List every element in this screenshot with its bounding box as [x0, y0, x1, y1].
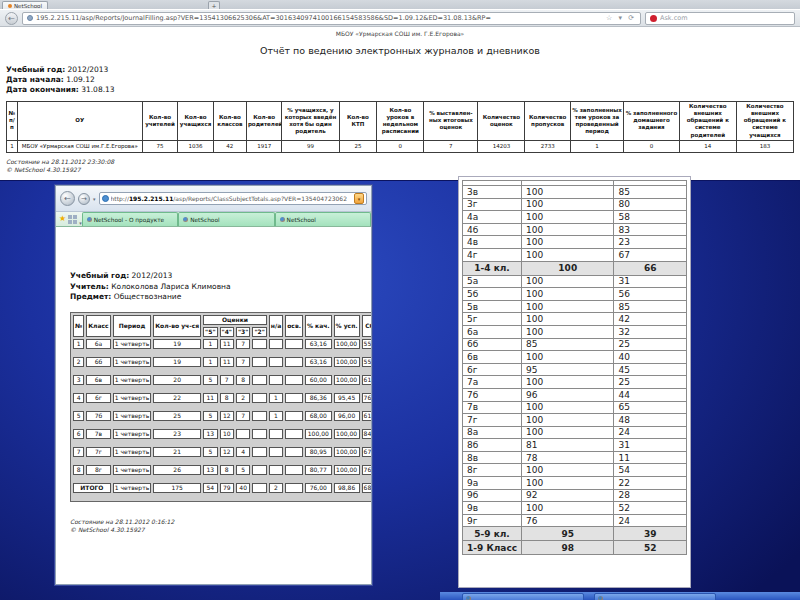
- cell: [252, 357, 266, 367]
- cell: 10: [220, 429, 234, 439]
- header-cell: % выставлен­ных итоговых оценок: [424, 102, 478, 141]
- tab-groups-icon[interactable]: [68, 215, 77, 224]
- cell: 2: [269, 483, 283, 493]
- cell: 0: [377, 140, 424, 152]
- cell: [252, 411, 266, 421]
- meta-value: 2012/2013: [129, 271, 172, 280]
- status-line: Состояние на 28.11.2012 0:16:12: [70, 518, 371, 526]
- table-data-row: 6 7в 1 четверть 23 13 10 100,00 100,00 8…: [73, 429, 371, 439]
- top-tab-strip: NetSchool +: [0, 0, 800, 9]
- table-data-row: 4б 100 83: [463, 223, 687, 236]
- row-spacer: [73, 441, 371, 445]
- table-data-row: 4г 100 67: [463, 248, 687, 261]
- forward-button[interactable]: →: [78, 193, 90, 205]
- meta-value: 31.08.13: [79, 85, 115, 94]
- meta-label: Предмет:: [70, 292, 111, 301]
- tab-netschool-2[interactable]: NetSchool: [275, 212, 371, 226]
- cell: 20: [153, 375, 201, 385]
- taskbar-button-firefox-1[interactable]: [462, 593, 584, 600]
- cell: 5: [73, 411, 84, 421]
- value-cell: 40: [614, 351, 687, 364]
- site-globe-icon: [27, 15, 33, 21]
- value-cell: 39: [614, 527, 687, 541]
- cell: 100,00: [334, 447, 360, 457]
- value-cell: 67: [614, 248, 687, 261]
- search-input[interactable]: Ask.com: [645, 12, 795, 25]
- class-cell: 4а: [463, 211, 522, 224]
- class-cell: 3в: [463, 186, 522, 199]
- cell: 183: [736, 140, 793, 152]
- meta-value: 1.09.12: [64, 75, 95, 84]
- table-data-row: ИТОГО 1 четверть 175 54 79 40 2 76,00 98…: [73, 483, 371, 493]
- bookmark-reload-icons[interactable]: ☆ ▾ ⟳: [606, 14, 636, 22]
- class-cell: 4г: [463, 248, 522, 261]
- class-cell: 8а: [463, 426, 522, 439]
- header-cell: Количество пропусков: [525, 102, 571, 141]
- value-cell: 100: [522, 351, 614, 364]
- value-cell: 44: [614, 388, 687, 401]
- journal-filling-table: № п/п ОУ Кол-во учителей Кол-во учащихся…: [6, 101, 794, 153]
- bookmark-star-icon[interactable]: ★: [59, 212, 66, 226]
- header-cell: Количество оценок: [478, 102, 525, 141]
- class-cell: 1-9 Класс: [463, 541, 522, 555]
- address-bar[interactable]: http://195.2.215.11/asp/Reports/ClassSub…: [99, 192, 367, 205]
- taskbar-button-firefox-2[interactable]: [594, 593, 716, 600]
- value-cell: 54: [614, 464, 687, 477]
- url-path: /asp/Reports/ClassSubjectTotals.asp?VER=…: [173, 195, 347, 202]
- class-cell: 3г: [463, 198, 522, 211]
- value-cell: 92: [522, 489, 614, 502]
- value-cell: 48: [614, 414, 687, 427]
- value-cell: 65: [614, 401, 687, 414]
- new-tab-button[interactable]: +: [208, 1, 220, 9]
- history-dropdown-icon[interactable]: ▾: [93, 196, 96, 202]
- meta-label: Учитель:: [70, 282, 109, 291]
- journal-filling-report-page: МБОУ «Урмарская СОШ им. Г.Е.Егорова» Отч…: [0, 27, 800, 180]
- header-cell: Кол-во учащихся: [178, 102, 213, 141]
- value-cell: 100: [522, 325, 614, 338]
- class-cell: 7в: [463, 401, 522, 414]
- table-data-row: 3г 100 80: [463, 198, 687, 211]
- back-button[interactable]: ←: [5, 12, 18, 25]
- value-cell: 45: [614, 363, 687, 376]
- cell: [285, 429, 303, 439]
- table-data-row: 7б 96 44: [463, 388, 687, 401]
- meta-line: Дата окончания: 31.08.13: [6, 85, 800, 95]
- cell: 75: [142, 140, 177, 152]
- tab-netschool-about[interactable]: NetSchool - О продукте: [82, 212, 178, 226]
- cell: 25: [339, 140, 377, 152]
- value-cell: 24: [614, 514, 687, 527]
- table-data-row: 8в 78 11: [463, 451, 687, 464]
- header-cell: % усп.: [334, 315, 360, 337]
- tab-label: NetSchool: [287, 217, 316, 223]
- cell: 4: [73, 393, 84, 403]
- url-dropdown-button[interactable]: ▾: [354, 193, 364, 204]
- value-cell: 80: [614, 198, 687, 211]
- table-data-row: 9г 76 24: [463, 514, 687, 527]
- header-cell-marks: Оценки: [203, 315, 267, 325]
- value-cell: 96: [522, 388, 614, 401]
- value-cell: 32: [614, 325, 687, 338]
- meta-label: Учебный год:: [6, 65, 65, 74]
- value-cell: 100: [522, 198, 614, 211]
- tab-netschool[interactable]: NetSchool: [178, 212, 274, 226]
- address-bar[interactable]: 195.2.215.11/asp/Reports/JournalFilling.…: [22, 12, 641, 25]
- table-data-row: 5 7б 1 четверть 25 5 12 7 1 68,00 96,00 …: [73, 411, 371, 421]
- cell: 67,24: [362, 447, 371, 457]
- cell: [252, 393, 266, 403]
- value-cell: 100: [522, 502, 614, 515]
- cell: 60,00: [305, 375, 332, 385]
- header-cell: Кол-во уроков в недельном расписании: [377, 102, 424, 141]
- class-cell: 6а: [463, 325, 522, 338]
- report-status: Состояние на 28.11.2012 23:30:08 © NetSc…: [6, 158, 800, 174]
- value-cell: 100: [522, 211, 614, 224]
- class-cell: 1-4 кл.: [463, 261, 522, 275]
- cell: МБОУ «Урмарская СОШ им.Г.Е.Егорова»: [17, 140, 142, 152]
- back-button[interactable]: ←: [60, 191, 75, 206]
- site-icon: [102, 195, 109, 202]
- cell: 1 четверть: [113, 465, 152, 475]
- header-cell: "2": [252, 327, 266, 337]
- cell: 100,00: [334, 375, 360, 385]
- header-cell: Количество внешних обращений к системе р…: [679, 102, 736, 141]
- value-cell: 23: [614, 236, 687, 249]
- top-browser-tab[interactable]: NetSchool: [2, 1, 48, 9]
